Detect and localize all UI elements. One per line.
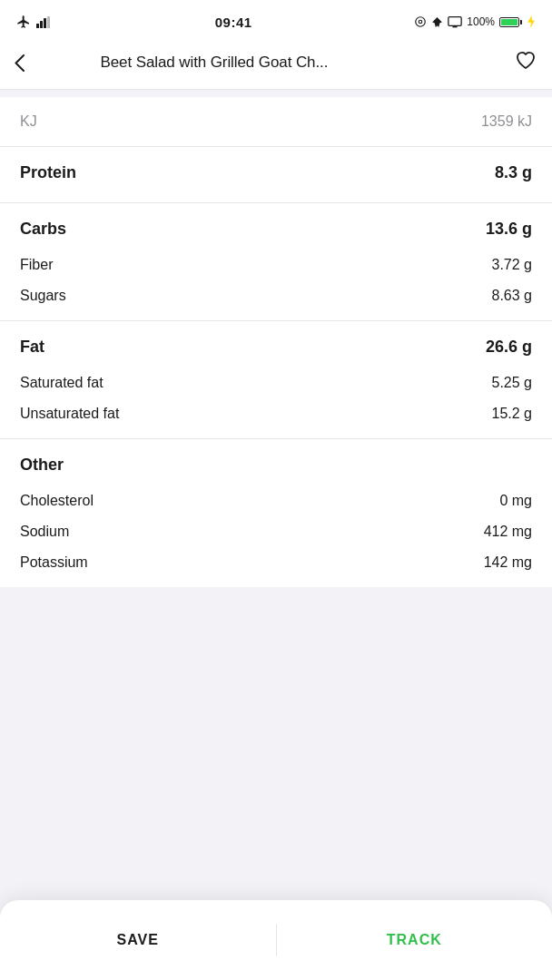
nutrition-content: KJ 1359 kJ Protein 8.3 g Carbs 13.6 g Fi… (0, 97, 552, 587)
saturated-fat-label: Saturated fat (20, 375, 104, 391)
track-button[interactable]: TRACK (277, 900, 553, 980)
protein-label: Protein (20, 163, 76, 182)
charging-icon (527, 15, 536, 28)
carbs-main-row: Carbs 13.6 g (20, 203, 532, 250)
battery-percent: 100% (467, 15, 495, 28)
svg-point-4 (416, 17, 426, 27)
fat-label: Fat (20, 338, 44, 357)
sugars-row: Sugars 8.63 g (20, 280, 532, 311)
potassium-row: Potassium 142 mg (20, 547, 532, 578)
kj-value: 1359 kJ (481, 113, 532, 130)
sodium-label: Sodium (20, 524, 69, 540)
svg-rect-6 (448, 16, 461, 25)
svg-point-5 (419, 20, 423, 24)
sodium-value: 412 mg (484, 524, 532, 540)
carbs-label: Carbs (20, 220, 66, 239)
sugars-label: Sugars (20, 288, 66, 304)
sugars-value: 8.63 g (492, 288, 532, 304)
carbs-value: 13.6 g (486, 220, 532, 239)
saturated-fat-row: Saturated fat 5.25 g (20, 368, 532, 398)
airplane-icon (16, 15, 31, 29)
svg-rect-0 (36, 24, 39, 28)
location-icon (414, 15, 427, 28)
other-section: Other Cholesterol 0 mg Sodium 412 mg Pot… (0, 439, 552, 587)
heart-icon (514, 49, 537, 71)
navigation-icon (431, 16, 443, 28)
sodium-row: Sodium 412 mg (20, 516, 532, 547)
cholesterol-row: Cholesterol 0 mg (20, 485, 532, 516)
protein-main-row: Protein 8.3 g (20, 147, 532, 193)
favorite-button[interactable] (514, 49, 537, 76)
fiber-row: Fiber 3.72 g (20, 250, 532, 280)
unsaturated-fat-row: Unsaturated fat 15.2 g (20, 398, 532, 429)
other-main-row: Other (20, 439, 532, 485)
save-button[interactable]: SAVE (0, 900, 276, 980)
status-time: 09:41 (215, 15, 252, 30)
carbs-section: Carbs 13.6 g Fiber 3.72 g Sugars 8.63 g (0, 203, 552, 321)
svg-rect-3 (47, 16, 50, 28)
fat-main-row: Fat 26.6 g (20, 321, 532, 368)
protein-value: 8.3 g (495, 163, 532, 182)
signal-icon (36, 16, 53, 28)
cholesterol-label: Cholesterol (20, 493, 94, 509)
potassium-value: 142 mg (484, 554, 532, 571)
fiber-value: 3.72 g (492, 257, 532, 273)
fat-value: 26.6 g (486, 338, 532, 357)
kj-row: KJ 1359 kJ (0, 97, 552, 147)
status-left (16, 15, 53, 29)
other-label: Other (20, 456, 64, 475)
status-bar: 09:41 100% (0, 0, 552, 40)
svg-rect-2 (44, 18, 46, 28)
back-button[interactable] (15, 54, 25, 72)
protein-section: Protein 8.3 g (0, 147, 552, 203)
saturated-fat-value: 5.25 g (492, 375, 532, 391)
potassium-label: Potassium (20, 554, 88, 571)
battery-icon (499, 17, 522, 27)
unsaturated-fat-value: 15.2 g (492, 406, 532, 422)
fiber-label: Fiber (20, 257, 53, 273)
bottom-action-bar: SAVE TRACK (0, 900, 552, 980)
screen-icon (448, 16, 462, 28)
kj-label: KJ (20, 113, 37, 130)
unsaturated-fat-label: Unsaturated fat (20, 406, 119, 422)
back-chevron-icon (15, 54, 25, 72)
status-right: 100% (414, 15, 536, 28)
page-title: Beet Salad with Grilled Goat Ch... (101, 54, 446, 72)
cholesterol-value: 0 mg (499, 493, 532, 509)
nav-header: Beet Salad with Grilled Goat Ch... (0, 40, 552, 90)
fat-section: Fat 26.6 g Saturated fat 5.25 g Unsatura… (0, 321, 552, 439)
svg-rect-1 (40, 21, 43, 28)
